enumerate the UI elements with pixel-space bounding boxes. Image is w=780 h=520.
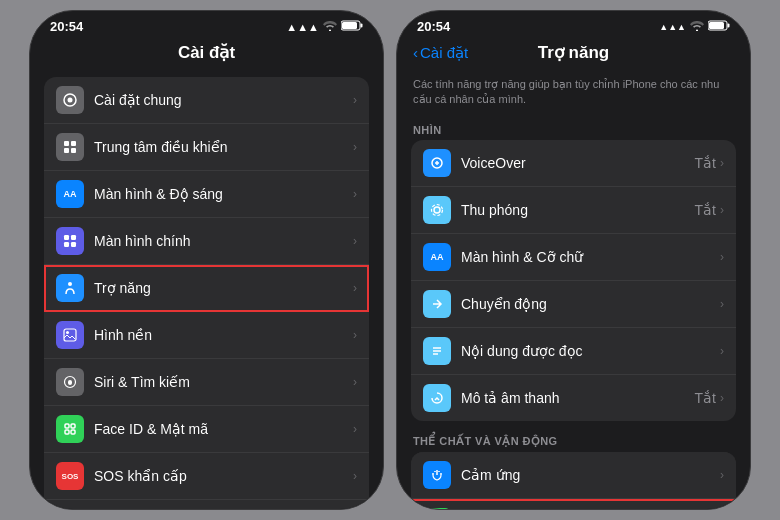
chevron-camung: › [720, 468, 724, 482]
label-thuphong: Thu phóng [461, 202, 695, 218]
acc-description: Các tính năng trợ năng giúp bạn tùy chỉn… [397, 71, 750, 116]
chevron-motaamt: › [720, 391, 724, 405]
row-manhinh[interactable]: AA Màn hình & Độ sáng › [44, 171, 369, 218]
row-trungrtam[interactable]: Trung tâm điều khiển › [44, 124, 369, 171]
page-title-2: Trợ năng [538, 42, 609, 63]
icon-manhinh: AA [56, 180, 84, 208]
icon-thuphong [423, 196, 451, 224]
settings-group-1: Cài đặt chung › Trung tâm điều khiển › A… [44, 77, 369, 509]
svg-point-29 [434, 207, 440, 213]
section-header-thechat: THỂ CHẤT VÀ VẬN ĐỘNG [397, 427, 750, 452]
row-sos[interactable]: SOS SOS khẩn cấp › [44, 453, 369, 500]
label-sos: SOS khẩn cấp [94, 468, 353, 484]
back-label: Cài đặt [420, 44, 468, 62]
back-button[interactable]: ‹ Cài đặt [413, 44, 468, 62]
svg-rect-9 [64, 235, 69, 240]
wifi-icon-2 [690, 21, 704, 33]
section-header-nhin: NHÌN [397, 116, 750, 140]
battery-icon-2 [708, 20, 730, 33]
signal-icon: ▲▲▲ [286, 21, 319, 33]
row-noidung[interactable]: Nội dung được đọc › [411, 328, 736, 375]
row-voiceover[interactable]: VoiceOver Tắt › [411, 140, 736, 187]
section-group-thechat: Cảm ứng › Face ID & Sự chú ý › Điều khiể… [411, 452, 736, 509]
chevron-chuyendong: › [720, 297, 724, 311]
label-motaamt: Mô tả âm thanh [461, 390, 695, 406]
value-thuphong: Tắt [695, 202, 716, 218]
wifi-icon [323, 21, 337, 33]
row-siri[interactable]: Siri & Tìm kiếm › [44, 359, 369, 406]
label-siri: Siri & Tìm kiếm [94, 374, 353, 390]
chevron-caicdat: › [353, 93, 357, 107]
icon-chuyendong [423, 290, 451, 318]
settings-content: Cài đặt chung › Trung tâm điều khiển › A… [30, 71, 383, 509]
accessibility-content: Các tính năng trợ năng giúp bạn tùy chỉn… [397, 71, 750, 509]
icon-siri [56, 368, 84, 396]
row-thongbao[interactable]: Thông báo tiếp xúc › [44, 500, 369, 509]
status-icons-1: ▲▲▲ [286, 20, 363, 33]
chevron-sos: › [353, 469, 357, 483]
chevron-siri: › [353, 375, 357, 389]
label-manhinhchinh: Màn hình chính [94, 233, 353, 249]
svg-rect-27 [709, 22, 724, 29]
chevron-hinhanh: › [353, 328, 357, 342]
svg-point-15 [66, 331, 69, 334]
icon-faceid-suchuy [423, 508, 451, 509]
row-manhinhchinh[interactable]: Màn hình chính › [44, 218, 369, 265]
svg-point-13 [68, 282, 72, 286]
nav-bar-1: Cài đặt [30, 38, 383, 71]
icon-caicdat [56, 86, 84, 114]
icon-hinhanh [56, 321, 84, 349]
signal-icon-2: ▲▲▲ [659, 22, 686, 32]
battery-icon [341, 20, 363, 33]
chevron-tronang: › [353, 281, 357, 295]
value-motaamt: Tắt [695, 390, 716, 406]
nav-bar-2: ‹ Cài đặt Trợ năng [397, 38, 750, 71]
svg-rect-6 [71, 141, 76, 146]
label-noidung: Nội dung được đọc [461, 343, 720, 359]
svg-point-4 [68, 98, 73, 103]
svg-rect-14 [64, 329, 76, 341]
row-faceid[interactable]: Face ID & Mật mã › [44, 406, 369, 453]
time-2: 20:54 [417, 19, 450, 34]
icon-manhinh-co: AA [423, 243, 451, 271]
status-bar-2: 20:54 ▲▲▲ [397, 11, 750, 38]
svg-rect-10 [71, 235, 76, 240]
svg-rect-20 [71, 430, 75, 434]
row-tronang[interactable]: Trợ năng › [44, 265, 369, 312]
svg-rect-12 [71, 242, 76, 247]
label-caicdat: Cài đặt chung [94, 92, 353, 108]
row-chuyendong[interactable]: Chuyển động › [411, 281, 736, 328]
row-motaamt[interactable]: Mô tả âm thanh Tắt › [411, 375, 736, 421]
svg-rect-7 [64, 148, 69, 153]
chevron-voiceover: › [720, 156, 724, 170]
svg-rect-17 [65, 424, 69, 428]
chevron-manhinh: › [353, 187, 357, 201]
row-faceid-suchuy[interactable]: Face ID & Sự chú ý › [411, 499, 736, 509]
svg-rect-1 [361, 24, 363, 28]
label-voiceover: VoiceOver [461, 155, 695, 171]
row-camung[interactable]: Cảm ứng › [411, 452, 736, 499]
row-manhinh-co[interactable]: AA Màn hình & Cỡ chữ › [411, 234, 736, 281]
chevron-thuphong: › [720, 203, 724, 217]
row-caicdat[interactable]: Cài đặt chung › [44, 77, 369, 124]
label-camung: Cảm ứng [461, 467, 720, 483]
value-voiceover: Tắt [695, 155, 716, 171]
time-1: 20:54 [50, 19, 83, 34]
label-trungtam: Trung tâm điều khiển [94, 139, 353, 155]
svg-rect-5 [64, 141, 69, 146]
back-chevron-icon: ‹ [413, 44, 418, 61]
row-thuphonh[interactable]: Thu phóng Tắt › [411, 187, 736, 234]
icon-voiceover [423, 149, 451, 177]
svg-rect-2 [342, 22, 357, 29]
icon-trungtam [56, 133, 84, 161]
label-manhinh-co: Màn hình & Cỡ chữ [461, 249, 720, 265]
label-tronang: Trợ năng [94, 280, 353, 296]
phone-accessibility: 20:54 ▲▲▲ [396, 10, 751, 510]
label-faceid: Face ID & Mật mã [94, 421, 353, 437]
page-title-1: Cài đặt [178, 42, 235, 63]
chevron-noidung: › [720, 344, 724, 358]
icon-camung [423, 461, 451, 489]
icon-sos: SOS [56, 462, 84, 490]
row-hinhanh[interactable]: Hình nền › [44, 312, 369, 359]
chevron-manhinhchinh: › [353, 234, 357, 248]
